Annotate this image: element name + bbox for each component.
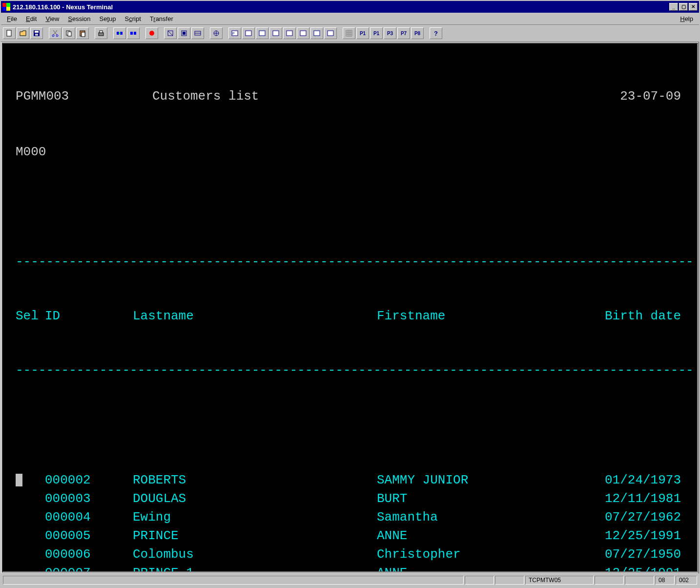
status-row: 002: [676, 576, 697, 585]
table-row: 000005PRINCEANNE12/25/1991: [7, 526, 693, 545]
table-row: 000003DOUGLASBURT12/11/1981: [7, 489, 693, 508]
cell-firstname: Samantha: [377, 508, 553, 526]
svg-rect-14: [99, 33, 103, 36]
status-panel-5: [595, 576, 624, 585]
open-button[interactable]: [17, 27, 29, 39]
terminal-area[interactable]: PGMM003 Customers list 23-07-09 M000 ---…: [2, 43, 698, 572]
copy-button[interactable]: [62, 27, 75, 39]
pf-button-4[interactable]: [269, 27, 282, 39]
toolbar: P P1 P1 P3 P7 P8 ?: [1, 25, 699, 42]
table-row: 000006ColombusChristopher07/27/1950: [7, 545, 693, 564]
svg-rect-33: [300, 31, 306, 36]
cell-birthdate: 01/24/1973: [553, 471, 693, 489]
app-window: 212.180.116.100 - Nexus Terminal _ ▢ ✕ F…: [0, 0, 700, 588]
help-button[interactable]: ?: [430, 27, 442, 39]
cut-button[interactable]: [49, 27, 62, 39]
svg-rect-2: [2, 7, 6, 11]
terminal-screen[interactable]: PGMM003 Customers list 23-07-09 M000 ---…: [7, 50, 693, 566]
svg-rect-19: [130, 32, 133, 35]
maximize-button[interactable]: ▢: [679, 3, 688, 11]
table-row: 000002ROBERTSSAMMY JUNIOR01/24/1973: [7, 471, 693, 489]
svg-point-21: [149, 31, 154, 36]
tool-button-2[interactable]: [178, 27, 190, 39]
cell-birthdate: 07/27/1950: [553, 545, 693, 564]
sel-field[interactable]: [7, 471, 45, 489]
map-id: M000: [7, 143, 152, 161]
svg-rect-1: [6, 3, 10, 7]
pa-button-4[interactable]: P7: [397, 27, 410, 39]
cell-id: 000006: [45, 545, 133, 564]
menu-help[interactable]: Help: [676, 14, 697, 23]
tool-button-1[interactable]: [164, 27, 177, 39]
pa-button-2[interactable]: P1: [370, 27, 383, 39]
disconnect-button[interactable]: [127, 27, 140, 39]
column-headers: Sel ID Lastname Firstname Birth date: [7, 307, 693, 325]
menu-view[interactable]: View: [41, 14, 63, 23]
status-col: 08: [655, 576, 675, 585]
svg-rect-29: [246, 31, 251, 36]
menu-setup[interactable]: Setup: [96, 14, 120, 23]
menu-transfer[interactable]: Transfer: [146, 14, 177, 23]
cell-firstname: Christopher: [377, 545, 553, 564]
pf-button-2[interactable]: [242, 27, 255, 39]
paste-button[interactable]: [76, 27, 89, 39]
svg-rect-0: [2, 3, 6, 7]
header-birthdate: Birth date: [553, 307, 693, 325]
svg-rect-20: [134, 32, 136, 35]
screen-title: Customers list: [152, 87, 259, 105]
cell-birthdate: 07/27/1962: [553, 508, 693, 526]
program-id: PGMM003: [7, 87, 152, 105]
status-panel-main: [3, 576, 464, 585]
app-icon: [2, 3, 10, 11]
print-button[interactable]: [95, 27, 107, 39]
cell-firstname: ANNE: [377, 526, 553, 545]
pf-button-7[interactable]: [310, 27, 323, 39]
header-lastname: Lastname: [133, 307, 377, 325]
minimize-button[interactable]: _: [669, 3, 678, 11]
cell-id: 000004: [45, 508, 133, 526]
pf-button-5[interactable]: [283, 27, 296, 39]
cell-id: 000007: [45, 564, 133, 572]
menu-script[interactable]: Script: [121, 14, 145, 23]
cell-lastname: DOUGLAS: [133, 489, 377, 508]
svg-rect-24: [183, 32, 185, 35]
menu-file[interactable]: File: [3, 14, 21, 23]
close-button[interactable]: ✕: [689, 3, 698, 11]
header-id: ID: [45, 307, 133, 325]
connect-button[interactable]: [113, 27, 126, 39]
svg-rect-6: [35, 31, 39, 33]
pf-button-3[interactable]: [256, 27, 268, 39]
pf-button-8[interactable]: [324, 27, 337, 39]
record-button[interactable]: [145, 27, 158, 39]
grid-button[interactable]: [343, 27, 355, 39]
divider: ----------------------------------------…: [7, 362, 693, 378]
status-panel-6: [625, 576, 654, 585]
cell-firstname: BURT: [377, 489, 553, 508]
svg-text:P: P: [232, 32, 235, 35]
divider: ----------------------------------------…: [7, 254, 693, 270]
table-row: 000004EwingSamantha07/27/1962: [7, 508, 693, 526]
pf-button-6[interactable]: [297, 27, 309, 39]
pf-button-1[interactable]: P: [228, 27, 241, 39]
svg-text:?: ?: [434, 30, 438, 37]
window-buttons: _ ▢ ✕: [669, 3, 698, 11]
cursor: [16, 474, 22, 486]
new-button[interactable]: [3, 27, 16, 39]
pa-button-1[interactable]: P1: [356, 27, 369, 39]
status-session: TCPMTW05: [525, 576, 594, 585]
pa-button-5[interactable]: P8: [411, 27, 424, 39]
cell-id: 000003: [45, 489, 133, 508]
menu-edit[interactable]: Edit: [22, 14, 41, 23]
tool-button-4[interactable]: [210, 27, 223, 39]
cell-firstname: ANNE: [377, 564, 553, 572]
svg-rect-36: [346, 30, 352, 36]
header-firstname: Firstname: [377, 307, 553, 325]
menu-session[interactable]: Session: [64, 14, 94, 23]
pa-button-3[interactable]: P3: [384, 27, 396, 39]
cell-firstname: SAMMY JUNIOR: [377, 471, 553, 489]
save-button[interactable]: [30, 27, 43, 39]
tool-button-3[interactable]: [191, 27, 204, 39]
statusbar: TCPMTW05 08 002: [1, 573, 699, 587]
svg-rect-30: [259, 31, 265, 36]
svg-rect-32: [287, 31, 292, 36]
